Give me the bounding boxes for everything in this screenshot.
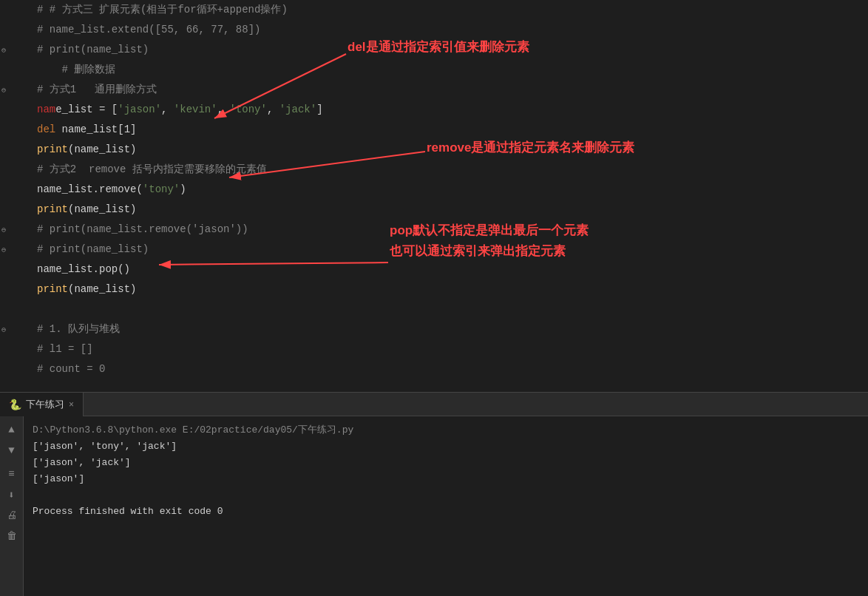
terminal-output-line-3: ['jason'] bbox=[33, 471, 859, 487]
fold-icon[interactable]: ⊖ bbox=[1, 220, 6, 240]
terminal-sidebar: ▲ ▼ ≡ ⬇ 🖨 🗑 bbox=[0, 416, 24, 596]
code-content: # 删除数据 bbox=[30, 60, 868, 80]
code-line: print(name_list) bbox=[0, 140, 868, 160]
filter-button[interactable]: ≡ bbox=[4, 467, 19, 481]
code-line: del name_list[1] bbox=[0, 120, 868, 140]
code-line: # 删除数据 bbox=[0, 60, 868, 80]
code-line: name_list.pop() bbox=[0, 260, 868, 280]
code-line: print(name_list) bbox=[0, 280, 868, 299]
code-line: # count = 0 bbox=[0, 359, 868, 379]
code-content: # 方式2 remove 括号内指定需要移除的元素值 bbox=[30, 160, 868, 180]
code-content: # 1. 队列与堆栈 bbox=[30, 319, 868, 339]
code-line: print(name_list) bbox=[0, 200, 868, 220]
terminal-output: D:\Python3.6.8\python.exe E:/02practice/… bbox=[24, 416, 868, 596]
fold-icon[interactable]: ⊖ bbox=[1, 40, 6, 60]
code-content: name_list = ['jason', 'kevin', 'tony', '… bbox=[30, 100, 868, 120]
code-line: # 方式2 remove 括号内指定需要移除的元素值 bbox=[0, 160, 868, 180]
code-container: # # 方式三 扩展元素(相当于for循环+append操作) # name_l… bbox=[0, 0, 868, 379]
code-content: print(name_list) bbox=[30, 280, 868, 299]
code-content: name_list.pop() bbox=[30, 260, 868, 280]
code-content: print(name_list) bbox=[30, 140, 868, 160]
code-content: name_list.remove('tony') bbox=[30, 180, 868, 200]
scroll-up-button[interactable]: ▲ bbox=[4, 422, 19, 437]
download-button[interactable]: ⬇ bbox=[4, 487, 19, 502]
terminal-exit-code: Process finished with exit code 0 bbox=[33, 504, 859, 520]
fold-icon[interactable]: ⊖ bbox=[1, 319, 6, 339]
print-button[interactable]: 🖨 bbox=[4, 508, 19, 523]
code-line: ⊖ # 1. 队列与堆栈 bbox=[0, 319, 868, 339]
code-content: # count = 0 bbox=[30, 359, 868, 379]
scroll-down-button[interactable]: ▼ bbox=[4, 443, 19, 458]
editor-area: # # 方式三 扩展元素(相当于for循环+append操作) # name_l… bbox=[0, 0, 868, 392]
code-line: name_list.remove('tony') bbox=[0, 180, 868, 200]
code-line bbox=[0, 299, 868, 319]
code-line: # name_list.extend([55, 66, 77, 88]) bbox=[0, 20, 868, 40]
code-content: # print(name_list) bbox=[30, 240, 868, 260]
code-content: print(name_list) bbox=[30, 200, 868, 220]
code-content: # name_list.extend([55, 66, 77, 88]) bbox=[30, 20, 868, 40]
python-icon: 🐍 bbox=[9, 399, 21, 410]
code-content: # 方式1 通用删除方式 bbox=[30, 80, 868, 100]
code-line: ⊖ # print(name_list.remove('jason')) bbox=[0, 220, 868, 240]
terminal-command: D:\Python3.6.8\python.exe E:/02practice/… bbox=[33, 422, 859, 438]
code-line: name_list = ['jason', 'kevin', 'tony', '… bbox=[0, 100, 868, 120]
terminal-area: 🐍 下午练习 × ▲ ▼ ≡ ⬇ 🖨 🗑 D:\Python3.6.8\pyth… bbox=[0, 392, 868, 596]
code-content: # print(name_list) bbox=[30, 40, 868, 60]
code-line: # # 方式三 扩展元素(相当于for循环+append操作) bbox=[0, 0, 868, 20]
fold-icon[interactable]: ⊖ bbox=[1, 80, 6, 100]
terminal-output-line-1: ['jason', 'tony', 'jack'] bbox=[33, 438, 859, 455]
tab-close-button[interactable]: × bbox=[69, 399, 74, 410]
terminal-tab[interactable]: 🐍 下午练习 × bbox=[0, 393, 84, 416]
delete-button[interactable]: 🗑 bbox=[4, 529, 19, 543]
terminal-content: ▲ ▼ ≡ ⬇ 🖨 🗑 D:\Python3.6.8\python.exe E:… bbox=[0, 416, 868, 596]
code-content: del name_list[1] bbox=[30, 120, 868, 140]
terminal-output-empty bbox=[33, 487, 859, 504]
terminal-output-line-2: ['jason', 'jack'] bbox=[33, 455, 859, 471]
code-content bbox=[30, 299, 868, 319]
fold-icon[interactable]: ⊖ bbox=[1, 240, 6, 260]
code-line: ⊖ # print(name_list) bbox=[0, 240, 868, 260]
code-line: ⊖ # print(name_list) bbox=[0, 40, 868, 60]
code-content: # l1 = [] bbox=[30, 339, 868, 359]
tab-label: 下午练习 bbox=[26, 398, 64, 411]
code-line: # l1 = [] bbox=[0, 339, 868, 359]
code-content: # print(name_list.remove('jason')) bbox=[30, 220, 868, 240]
code-line: ⊖ # 方式1 通用删除方式 bbox=[0, 80, 868, 100]
terminal-tabs: 🐍 下午练习 × bbox=[0, 393, 868, 416]
code-content: # # 方式三 扩展元素(相当于for循环+append操作) bbox=[30, 0, 868, 20]
